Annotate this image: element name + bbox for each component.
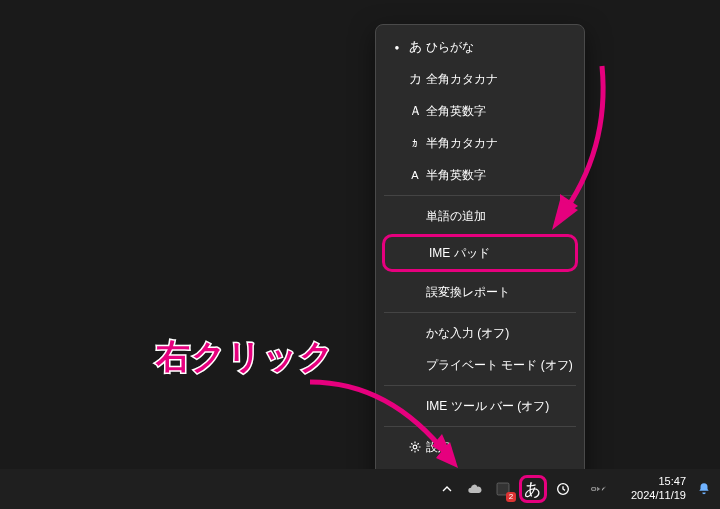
menu-item-misconversion-report[interactable]: 誤変換レポート [376, 276, 584, 308]
menu-item-settings[interactable]: 設定 [376, 431, 584, 463]
menu-item-kana-input[interactable]: かな入力 (オフ) [376, 317, 584, 349]
mode-icon: Ａ [404, 102, 426, 120]
clock-date: 2024/11/19 [631, 489, 686, 503]
tray-overflow-chevron-icon[interactable] [435, 477, 459, 501]
menu-item-label: 半角カタカナ [426, 135, 574, 152]
tray-badge: 2 [506, 492, 516, 502]
taskbar-clock[interactable]: 15:47 2024/11/19 [631, 475, 686, 503]
menu-item-add-word[interactable]: 単語の追加 [376, 200, 584, 232]
menu-item-halfwidth-alphanum[interactable]: A 半角英数字 [376, 159, 584, 191]
menu-separator [384, 312, 576, 313]
menu-item-hiragana[interactable]: ● あ ひらがな [376, 31, 584, 63]
mode-icon: あ [404, 38, 426, 56]
menu-item-label: 全角カタカナ [426, 71, 574, 88]
menu-separator [384, 195, 576, 196]
clock-tray-icon[interactable] [551, 477, 575, 501]
menu-item-label: プライベート モード (オフ) [426, 357, 574, 374]
menu-item-ime-toolbar[interactable]: IME ツール バー (オフ) [376, 390, 584, 422]
clock-time: 15:47 [658, 475, 686, 489]
tray-app-icon[interactable]: 2 [491, 477, 515, 501]
mode-icon: カ [404, 70, 426, 88]
mode-icon: A [404, 169, 426, 181]
svg-point-0 [413, 445, 417, 449]
active-bullet-icon: ● [390, 43, 404, 52]
gear-icon [404, 440, 426, 454]
svg-rect-8 [592, 488, 596, 491]
notification-bell-icon[interactable] [694, 479, 714, 499]
mode-icon: ｶ [404, 137, 426, 149]
ime-context-menu: ● あ ひらがな カ 全角カタカナ Ａ 全角英数字 ｶ 半角カタカナ A 半角英… [375, 24, 585, 502]
menu-item-label: かな入力 (オフ) [426, 325, 574, 342]
menu-item-label: IME パッド [429, 245, 565, 262]
system-tray: 2 あ 15:47 2024/11/19 [435, 475, 714, 503]
annotation-right-click: 右クリック [156, 334, 335, 380]
menu-item-label: 全角英数字 [426, 103, 574, 120]
menu-item-halfwidth-katakana[interactable]: ｶ 半角カタカナ [376, 127, 584, 159]
menu-item-label: 単語の追加 [426, 208, 574, 225]
menu-separator [384, 385, 576, 386]
ime-indicator[interactable]: あ [519, 475, 547, 503]
menu-item-ime-pad[interactable]: IME パッド [382, 234, 578, 272]
menu-item-label: 誤変換レポート [426, 284, 574, 301]
network-sound-battery-icon[interactable] [579, 477, 619, 501]
onedrive-icon[interactable] [463, 477, 487, 501]
taskbar: 2 あ 15:47 2024/11/19 [0, 469, 720, 509]
menu-item-label: ひらがな [426, 39, 574, 56]
menu-item-label: 半角英数字 [426, 167, 574, 184]
menu-item-fullwidth-alphanum[interactable]: Ａ 全角英数字 [376, 95, 584, 127]
menu-item-private-mode[interactable]: プライベート モード (オフ) [376, 349, 584, 381]
menu-separator [384, 426, 576, 427]
menu-item-label: IME ツール バー (オフ) [426, 398, 574, 415]
menu-item-fullwidth-katakana[interactable]: カ 全角カタカナ [376, 63, 584, 95]
menu-item-label: 設定 [426, 439, 574, 456]
